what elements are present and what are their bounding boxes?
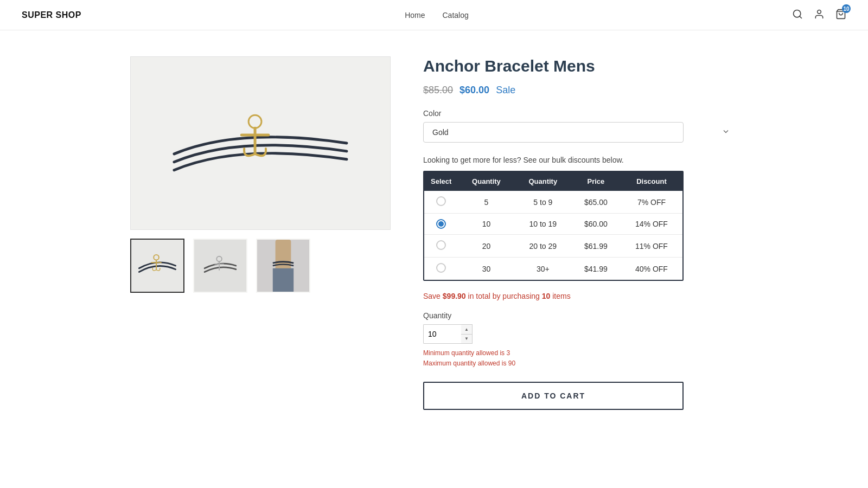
quantity-decrement[interactable]: ▼ — [461, 335, 472, 344]
quantity-label: Quantity — [423, 311, 738, 320]
thumbnail-1[interactable] — [130, 239, 184, 293]
quantity-spinners: ▲ ▼ — [461, 324, 473, 344]
cell-range-2: 20 to 29 — [515, 235, 571, 258]
discount-table: Select Quantity Quantity Price Discount … — [423, 171, 684, 281]
table-header-select: Select — [424, 172, 458, 191]
table-header-price: Price — [571, 172, 621, 191]
product-title: Anchor Bracelet Mens — [423, 56, 738, 76]
table-row[interactable]: 20 20 to 29 $61.99 11% OFF — [424, 235, 682, 258]
cell-discount-3: 40% OFF — [621, 258, 682, 280]
color-select[interactable]: Gold Silver Black — [423, 122, 684, 143]
product-pricing: $85.00 $60.00 Sale — [423, 85, 738, 96]
table-header-qty1: Quantity — [458, 172, 514, 191]
cell-price-2: $61.99 — [571, 235, 621, 258]
cell-select-2[interactable] — [424, 235, 458, 258]
cell-price-3: $41.99 — [571, 258, 621, 280]
cell-qty-1: 10 — [458, 214, 514, 235]
svg-rect-12 — [194, 240, 246, 292]
cell-discount-0: 7% OFF — [621, 191, 682, 214]
thumbnail-2[interactable] — [193, 239, 247, 293]
svg-rect-4 — [131, 57, 390, 229]
table-header-qty2: Quantity — [515, 172, 571, 191]
quantity-input[interactable] — [423, 324, 461, 344]
color-label: Color — [423, 109, 738, 118]
chevron-down-icon — [722, 127, 730, 138]
site-logo[interactable]: SUPER SHOP — [22, 10, 81, 20]
cart-icon[interactable]: 10 — [835, 9, 846, 21]
svg-rect-18 — [273, 268, 293, 292]
qty-max-text: Maximum quantity allowed is 90 — [423, 358, 738, 369]
sale-label: Sale — [496, 85, 515, 96]
table-row[interactable]: 30 30+ $41.99 40% OFF — [424, 258, 682, 280]
sale-price: $60.00 — [459, 85, 489, 96]
product-info: Anchor Bracelet Mens $85.00 $60.00 Sale … — [423, 56, 738, 410]
cell-select-0[interactable] — [424, 191, 458, 214]
cell-range-0: 5 to 9 — [515, 191, 571, 214]
account-icon[interactable] — [814, 9, 825, 21]
cart-count-badge: 10 — [842, 4, 851, 13]
quantity-input-wrapper: ▲ ▼ — [423, 324, 738, 344]
cell-price-0: $65.00 — [571, 191, 621, 214]
cell-range-1: 10 to 19 — [515, 214, 571, 235]
main-content: Anchor Bracelet Mens $85.00 $60.00 Sale … — [108, 30, 760, 436]
cell-select-3[interactable] — [424, 258, 458, 280]
cell-qty-2: 20 — [458, 235, 514, 258]
search-icon[interactable] — [792, 9, 803, 21]
qty-min-text: Minimum quantity allowed is 3 — [423, 348, 738, 358]
bulk-info-text: Looking to get more for less? See our bu… — [423, 156, 738, 164]
thumbnail-list — [130, 239, 391, 293]
main-nav: Home Catalog — [405, 11, 469, 20]
svg-point-2 — [818, 10, 821, 14]
radio-0[interactable] — [436, 196, 446, 206]
radio-3[interactable] — [436, 263, 446, 273]
quantity-increment[interactable]: ▲ — [461, 325, 472, 335]
table-header-discount: Discount — [621, 172, 682, 191]
original-price: $85.00 — [423, 85, 453, 96]
radio-1[interactable] — [436, 219, 446, 229]
main-product-image[interactable] — [130, 56, 391, 230]
header-icons: 10 — [792, 9, 846, 21]
cell-price-1: $60.00 — [571, 214, 621, 235]
svg-line-1 — [800, 16, 802, 18]
quantity-limits: Minimum quantity allowed is 3 Maximum qu… — [423, 348, 738, 369]
nav-catalog[interactable]: Catalog — [443, 11, 469, 20]
cell-discount-1: 14% OFF — [621, 214, 682, 235]
product-images — [130, 56, 391, 410]
color-select-wrapper: Gold Silver Black — [423, 122, 738, 143]
cell-range-3: 30+ — [515, 258, 571, 280]
nav-home[interactable]: Home — [405, 11, 425, 20]
cell-discount-2: 11% OFF — [621, 235, 682, 258]
cell-qty-3: 30 — [458, 258, 514, 280]
table-row[interactable]: 5 5 to 9 $65.00 7% OFF — [424, 191, 682, 214]
cell-qty-0: 5 — [458, 191, 514, 214]
cell-select-1[interactable] — [424, 214, 458, 235]
thumbnail-3[interactable] — [256, 239, 310, 293]
add-to-cart-button[interactable]: ADD TO CART — [423, 382, 684, 410]
table-row[interactable]: 10 10 to 19 $60.00 14% OFF — [424, 214, 682, 235]
radio-2[interactable] — [436, 240, 446, 250]
savings-message: Save $99.90 in total by purchasing 10 it… — [423, 292, 738, 300]
header: SUPER SHOP Home Catalog 10 — [0, 0, 868, 30]
